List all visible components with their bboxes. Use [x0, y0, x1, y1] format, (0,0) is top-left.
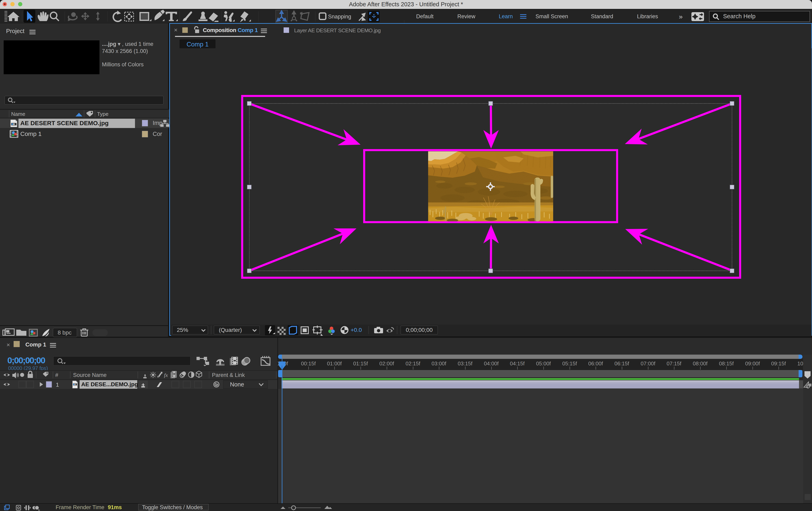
- svg-text:AE DESE...DEMO.jpg: AE DESE...DEMO.jpg: [81, 381, 138, 387]
- svg-text:None: None: [230, 381, 244, 388]
- svg-text:8 bpc: 8 bpc: [58, 329, 72, 336]
- svg-text:#: #: [55, 372, 58, 378]
- svg-text:Snapping: Snapping: [328, 13, 351, 20]
- svg-text:1: 1: [56, 382, 59, 388]
- svg-text:Parent & Link: Parent & Link: [212, 372, 245, 378]
- svg-text:Source Name: Source Name: [73, 372, 107, 378]
- svg-text:fx: fx: [164, 372, 168, 378]
